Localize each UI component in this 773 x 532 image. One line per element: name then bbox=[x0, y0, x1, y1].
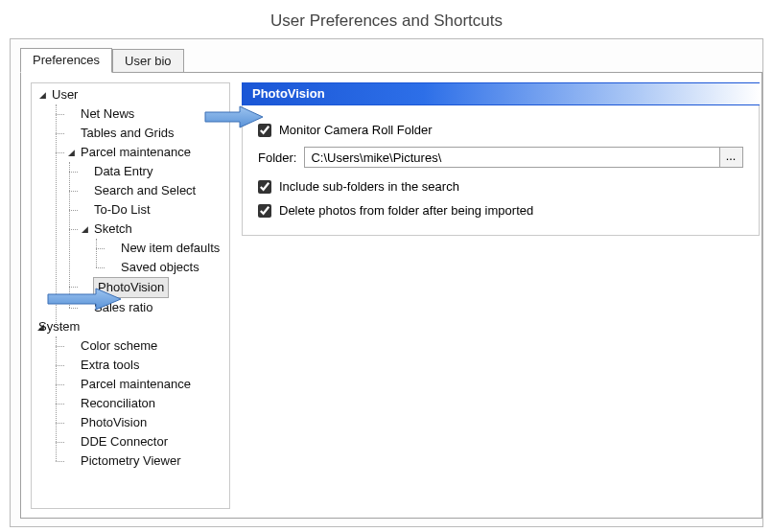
group-header: PhotoVision bbox=[242, 82, 760, 105]
tab-preferences[interactable]: Preferences bbox=[20, 48, 112, 73]
collapse-icon[interactable]: ◢ bbox=[66, 148, 77, 158]
tree-node-pictometry[interactable]: Pictometry Viewer bbox=[81, 451, 181, 471]
monitor-camera-roll-label: Monitor Camera Roll Folder bbox=[279, 123, 433, 137]
tree-node-dataentry[interactable]: Data Entry bbox=[94, 162, 152, 181]
tree-node-sketch[interactable]: Sketch bbox=[94, 220, 132, 239]
delete-after-import-checkbox[interactable] bbox=[258, 204, 271, 218]
page-title: User Preferences and Shortcuts bbox=[0, 0, 773, 38]
tree-node-sys-photovision[interactable]: PhotoVision bbox=[81, 413, 147, 432]
preferences-panel: ◢ User Net News Tables and Grids ◢ Parce… bbox=[20, 72, 762, 519]
content-pane: PhotoVision Monitor Camera Roll Folder F… bbox=[230, 82, 761, 518]
preferences-tree[interactable]: ◢ User Net News Tables and Grids ◢ Parce… bbox=[31, 82, 230, 509]
include-subfolders-label: Include sub-folders in the search bbox=[279, 179, 459, 194]
tree-node-colorscheme[interactable]: Color scheme bbox=[81, 336, 157, 356]
tree-node-tablesgrids[interactable]: Tables and Grids bbox=[81, 124, 175, 143]
preferences-window: Preferences User bio ◢ User Net News bbox=[10, 38, 763, 527]
tree-node-savedobj[interactable]: Saved objects bbox=[121, 258, 199, 277]
monitor-camera-roll-checkbox[interactable] bbox=[258, 124, 271, 137]
tree-node-todolist[interactable]: To-Do List bbox=[94, 200, 151, 220]
tree-node-user[interactable]: User bbox=[52, 85, 78, 104]
tree-node-salesratio[interactable]: Sales ratio bbox=[94, 298, 152, 317]
photovision-group: PhotoVision Monitor Camera Roll Folder F… bbox=[242, 82, 760, 236]
tabstrip: Preferences User bio bbox=[20, 45, 762, 72]
folder-input[interactable] bbox=[304, 147, 720, 168]
tree-node-parcelmaint[interactable]: Parcel maintenance bbox=[81, 143, 191, 162]
tree-node-extratools[interactable]: Extra tools bbox=[81, 356, 139, 375]
tree-node-searchselect[interactable]: Search and Select bbox=[94, 181, 196, 200]
tree-node-netnews[interactable]: Net News bbox=[81, 104, 134, 124]
folder-label: Folder: bbox=[258, 150, 296, 165]
tab-user-bio[interactable]: User bio bbox=[112, 49, 183, 73]
tree-node-system[interactable]: System bbox=[38, 317, 80, 336]
tree-node-newitem[interactable]: New item defaults bbox=[121, 239, 220, 258]
collapse-icon[interactable]: ◢ bbox=[80, 224, 90, 235]
tree-node-reconciliation[interactable]: Reconciliaton bbox=[81, 394, 155, 413]
tree-node-photovision[interactable]: PhotoVision bbox=[93, 277, 169, 298]
tree-node-ddeconnector[interactable]: DDE Connector bbox=[81, 432, 168, 451]
delete-after-import-label: Delete photos from folder after being im… bbox=[279, 203, 533, 218]
include-subfolders-checkbox[interactable] bbox=[258, 180, 271, 194]
browse-folder-button[interactable]: ... bbox=[720, 147, 743, 168]
tree-node-sys-parcelmaint[interactable]: Parcel maintenance bbox=[81, 375, 191, 394]
collapse-icon[interactable]: ◢ bbox=[37, 90, 48, 101]
